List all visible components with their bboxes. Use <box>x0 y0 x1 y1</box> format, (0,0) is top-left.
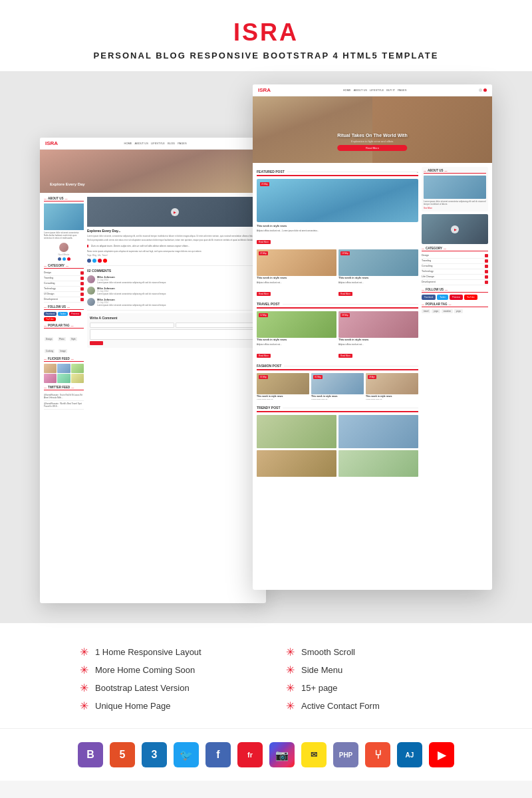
mock-play-btn-overlay <box>171 208 179 216</box>
mock-right-tag-2: yoga <box>432 309 440 313</box>
feature-star-3: ✳ <box>80 682 88 694</box>
mock-flicker-1 <box>44 364 57 373</box>
mock-trendy-thumb-4 <box>338 450 418 477</box>
feature-text-6: Side Menu <box>301 665 342 675</box>
mock-comment-text-1: Lorem ipsum dolor sit amet consectetur a… <box>97 281 262 284</box>
features-section: ✳ 1 Home Responsive Layout ✳ More Home C… <box>0 623 532 728</box>
tech-icon-feedly: fr <box>237 742 263 767</box>
feature-star-1: ✳ <box>80 646 88 658</box>
mock-big-post-img <box>257 179 418 222</box>
mock-about-text: Lorem ipsum dolor sit amet consectetur. … <box>44 230 84 241</box>
mock-textarea-message[interactable] <box>90 329 259 340</box>
mock-about-box: ABOUT US Lorem ipsum dolor sit amet cons… <box>44 197 84 261</box>
mock-travel-info-2: Adipisci officia incidunt est... <box>338 342 418 347</box>
mock-fashion-title-2: This week in style news <box>311 395 364 398</box>
mock-big-post: 25 May <box>257 179 418 222</box>
mock-fashion-thumb-3: 28 Apr <box>366 373 418 394</box>
mock-tags-line: Tags: Blog, Life, Travel <box>87 254 262 257</box>
mock-right-tag-box: POPULAR TAG travel yoga vacation yoga <box>422 303 488 313</box>
feature-star-5: ✳ <box>286 646 295 658</box>
mock-hero-person-area <box>372 96 492 163</box>
mock-hero-right: Ritual Takes On The World With Explorati… <box>253 96 492 163</box>
mock-right-play-btn <box>451 225 459 233</box>
mock-follow-box: FOLLOW US Facebook Twitter Pinterest You… <box>44 305 84 321</box>
mock-hero-overlay: Ritual Takes On The World With Explorati… <box>337 133 407 151</box>
mock-right-about-img <box>424 176 486 199</box>
feature-star-2: ✳ <box>80 664 88 676</box>
mock-right-about-text: Lorem ipsum dolor sit amet consectetur a… <box>424 200 486 205</box>
mock-social-buttons: Facebook Twitter Pinterest YouTube <box>44 312 84 321</box>
mock-trendy-thumb-1 <box>257 415 336 448</box>
mock-tag-image: Image <box>59 349 66 353</box>
mock-input-email[interactable] <box>176 323 260 328</box>
mock-trendy-thumb-2 <box>338 415 418 448</box>
mockup-left: ISRA HOME ABOUT US LIFESTYLE BLOG PAGES … <box>40 138 266 603</box>
mock-featured-read-more[interactable]: Read More <box>257 240 271 244</box>
mock-fashion-text-1: Lorem ipsum dolor sit... <box>257 398 309 400</box>
mock-travel-post-2: 08 May This week in style news Adipisci … <box>338 311 418 359</box>
mock-travel-readmore-1[interactable]: Read More <box>257 354 271 358</box>
mock-right-cat-dev: Development <box>422 280 488 285</box>
mock-hero-btn[interactable]: Read More <box>337 145 407 151</box>
feature-text-4: Unique Home Page <box>95 701 170 711</box>
mock-right-btn-pinterest: Pinterest <box>450 295 463 300</box>
mock-submit-btn[interactable] <box>90 341 103 345</box>
brand-title: ISRA <box>13 19 519 47</box>
mock-travel-readmore-2[interactable]: Read More <box>338 354 352 358</box>
mock-flicker-6 <box>71 374 84 383</box>
mock-right-tag-1: travel <box>422 309 430 313</box>
mock-post-readmore-2[interactable]: Read More <box>338 292 352 296</box>
mock-about-title: ABOUT US <box>44 197 84 201</box>
mock-fashion-posts: 05 May This week in style news Lorem ips… <box>257 373 418 400</box>
mock-form-row <box>90 323 259 329</box>
mock-hero-subtext: Exploration to fight crime and villain. <box>337 140 407 143</box>
mock-share-tw <box>92 259 96 263</box>
mock-post-readmore-1[interactable]: Read More <box>257 292 271 296</box>
mock-trendy-section: TRENDY POST <box>257 403 418 477</box>
mock-comment-avatar-1 <box>87 275 95 283</box>
features-right-col: ✳ Smooth Scroll ✳ Side Menu ✳ 15+ page ✳… <box>286 643 452 715</box>
mock-right-tags-container: travel yoga vacation yoga <box>422 309 488 313</box>
mock-featured-post-info: Adipisci officia incidunt est... Lorem i… <box>257 228 418 233</box>
mock-sidebar-left: ABOUT US Lorem ipsum dolor sit amet cons… <box>44 197 84 410</box>
mock-travel-post-1: 12 May This week in style news Adipisci … <box>257 311 336 359</box>
mock-right-tag-title: POPULAR TAG <box>422 303 488 307</box>
mock-post-badge-2: 18 May <box>340 251 350 255</box>
mock-right-btn-youtube: YouTube <box>464 295 477 300</box>
tech-icon-bootstrap: B <box>78 742 103 767</box>
subtitle: PERSONAL BLOG RESPONSIVE BOOTSTRAP 4 HTM… <box>13 51 519 61</box>
mock-cat-traveling: Traveling <box>44 276 84 281</box>
preview-section: ISRA HOME ABOUT US LIFESTYLE BLOG PAGES … <box>0 71 532 623</box>
mock-travel-thumb-1: 12 May <box>257 311 336 338</box>
mock-post-item-2: 18 May This week in style news Adipisci … <box>338 249 418 297</box>
mock-post-item-1: 25 May This week in style news Adipisci … <box>257 249 336 297</box>
tech-icon-youtube: ▶ <box>429 742 454 767</box>
mock-trendy-post-4 <box>338 450 418 477</box>
tech-icons-section: B 5 3 🐦 f fr 📷 ✉ PHP ⑂ AJ ▶ <box>0 728 532 781</box>
mock-article-text-3: Nemo enim ipsam voluptatem quia voluptas… <box>87 250 262 253</box>
mock-right-social-buttons: Facebook Twitter Pinterest YouTube <box>422 295 488 300</box>
mock-hero-left: Explore Every Day <box>40 150 266 193</box>
mock-tweet-1: @IsmailHussain · Est in Nisl Id Et Lacus… <box>44 392 84 401</box>
mock-right-about-title: ABOUT US <box>424 169 486 174</box>
mock-logo-left: ISRA <box>45 140 58 146</box>
mock-input-name[interactable] <box>90 323 174 328</box>
mock-right-see-more[interactable]: See More <box>424 207 486 209</box>
mock-trendy-header: TRENDY POST <box>257 403 418 412</box>
mock-right-follow-box: FOLLOW US Facebook Twitter Pinterest You… <box>422 288 488 300</box>
mock-travel-info-1: Adipisci officia incidunt est... <box>257 342 336 347</box>
mock-blockquote: Duis ex aliquat teum. Denim culpa nim, u… <box>87 245 262 247</box>
mock-share-icons <box>87 259 262 263</box>
mock-big-post-date: 25 May <box>260 182 269 186</box>
mock-travel-posts: 12 May This week in style news Adipisci … <box>257 311 418 359</box>
mock-trendy-post-2 <box>338 415 418 448</box>
feature-star-4: ✳ <box>80 700 88 712</box>
mock-post-thumb-1: 25 May <box>257 249 336 276</box>
mock-right-about-box: ABOUT US Lorem ipsum dolor sit amet cons… <box>422 167 488 211</box>
feature-item-8: ✳ Active Contact Form <box>286 697 452 715</box>
mock-avatar-name: Nurul Mester <box>44 253 84 256</box>
mock-cat-dev: Development <box>44 297 84 303</box>
mock-flicker-title: FLICKER FEED <box>44 357 84 362</box>
mock-fashion-section: FASHION POST 05 May This week in style n… <box>257 361 418 400</box>
mock-cat-technology: Technology <box>44 287 84 292</box>
